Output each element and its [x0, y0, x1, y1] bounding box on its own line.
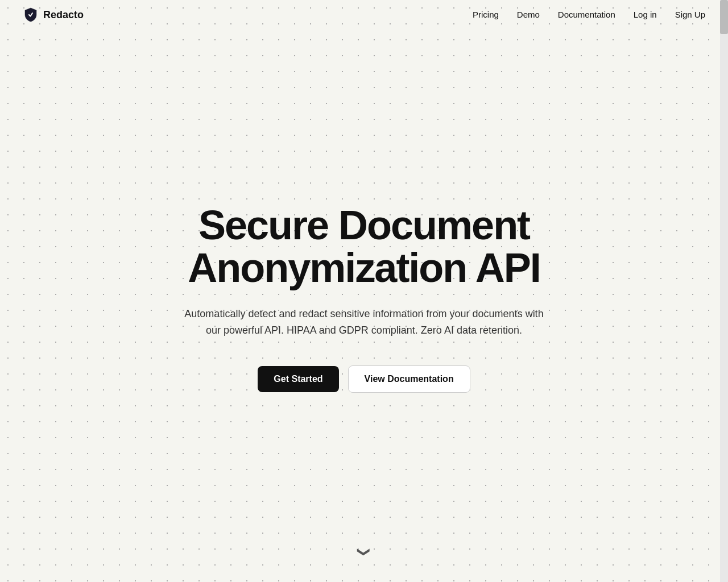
brand-name: Redacto [43, 9, 84, 21]
navbar: Redacto Pricing Demo Documentation Log i… [0, 0, 728, 30]
hero-subtitle: Automatically detect and redact sensitiv… [182, 306, 546, 339]
hero-buttons: Get Started View Documentation [258, 365, 470, 393]
nav-demo[interactable]: Demo [517, 10, 540, 19]
hero-background: Redacto Pricing Demo Documentation Log i… [0, 0, 728, 582]
hero-title: Secure Document Anonymization API [131, 204, 597, 290]
nav-links: Pricing Demo Documentation Log in Sign U… [473, 10, 705, 20]
view-documentation-button[interactable]: View Documentation [348, 365, 470, 393]
nav-documentation[interactable]: Documentation [558, 10, 615, 19]
chevron-down-icon[interactable]: ❯ [357, 547, 371, 557]
brand-logo-icon [23, 7, 39, 23]
scroll-down-container[interactable]: ❯ [0, 544, 728, 582]
scrollbar-track[interactable] [720, 0, 728, 582]
hero-content: Secure Document Anonymization API Automa… [108, 30, 620, 544]
get-started-button[interactable]: Get Started [258, 366, 338, 392]
nav-login[interactable]: Log in [634, 10, 657, 19]
nav-pricing[interactable]: Pricing [473, 10, 499, 19]
nav-signup[interactable]: Sign Up [675, 10, 705, 19]
scrollbar-thumb[interactable] [720, 0, 728, 34]
brand-link[interactable]: Redacto [23, 7, 84, 23]
